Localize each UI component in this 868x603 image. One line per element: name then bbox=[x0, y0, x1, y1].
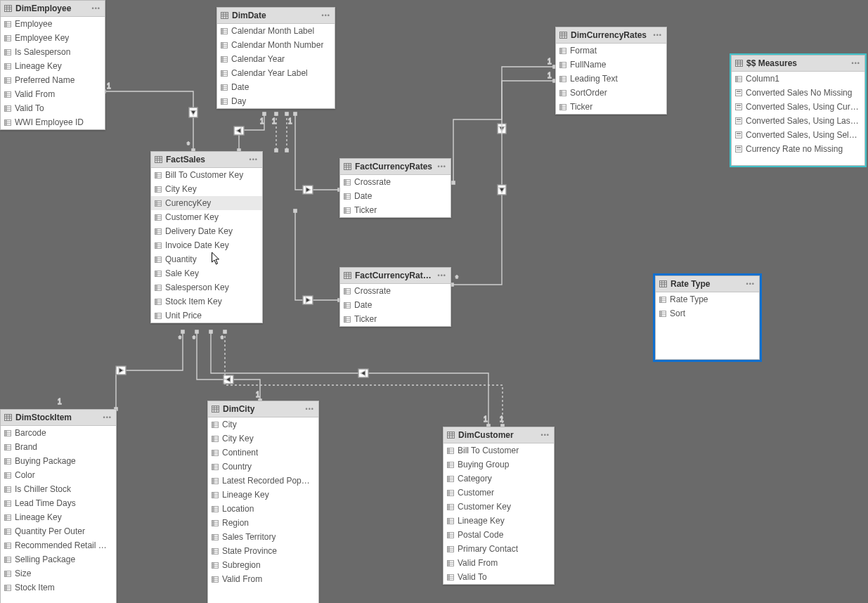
column-invoice-date-key[interactable]: Invoice Date Key bbox=[151, 238, 262, 252]
column-employee-key[interactable]: Employee Key bbox=[1, 31, 105, 45]
table-header[interactable]: DimEmployee ••• bbox=[1, 1, 105, 17]
column-quantity-per-outer[interactable]: Quantity Per Outer bbox=[1, 524, 116, 538]
column-latest-recorded-population[interactable]: Latest Recorded Populati... bbox=[208, 474, 318, 488]
column-region[interactable]: Region bbox=[208, 516, 318, 530]
column-quantity[interactable]: Quantity bbox=[151, 252, 262, 266]
table-rate-type[interactable]: Rate Type ••• Rate Type Sort bbox=[655, 275, 760, 360]
table-factsales[interactable]: FactSales ••• Bill To Customer Key City … bbox=[150, 151, 263, 323]
column-sort[interactable]: Sort bbox=[656, 306, 759, 320]
column-buying-group[interactable]: Buying Group bbox=[443, 458, 554, 472]
column-leading-text[interactable]: Leading Text bbox=[556, 72, 666, 86]
column-category[interactable]: Category bbox=[443, 472, 554, 486]
more-icon[interactable]: ••• bbox=[654, 32, 662, 39]
more-icon[interactable]: ••• bbox=[746, 281, 755, 287]
column-fullname[interactable]: FullName bbox=[556, 58, 666, 72]
column-valid-from[interactable]: Valid From bbox=[208, 572, 318, 586]
table-factcurrencyrates-duplicate[interactable]: FactCurrencyRates... ••• Crossrate Date … bbox=[339, 267, 451, 327]
table-dimdate[interactable]: DimDate ••• Calendar Month Label Calenda… bbox=[216, 7, 335, 109]
column-salesperson-key[interactable]: Salesperson Key bbox=[151, 280, 262, 294]
more-icon[interactable]: ••• bbox=[103, 415, 112, 421]
table-dimcity[interactable]: DimCity ••• City City Key Continent Coun… bbox=[207, 401, 319, 603]
column-delivery-date-key[interactable]: Delivery Date Key bbox=[151, 224, 262, 238]
table-header[interactable]: DimCity ••• bbox=[208, 401, 318, 417]
more-icon[interactable]: ••• bbox=[852, 60, 860, 67]
measure-converted-sales-selected[interactable]: Converted Sales, Using Selected... bbox=[732, 128, 864, 142]
more-icon[interactable]: ••• bbox=[438, 273, 446, 279]
column-postal-code[interactable]: Postal Code bbox=[443, 528, 554, 542]
column-city-key[interactable]: City Key bbox=[151, 182, 262, 196]
column-calendar-year[interactable]: Calendar Year bbox=[217, 52, 335, 66]
column-city-key[interactable]: City Key bbox=[208, 432, 318, 446]
column-ticker[interactable]: Ticker bbox=[340, 203, 451, 217]
column-city[interactable]: City bbox=[208, 417, 318, 432]
column-calendar-year-label[interactable]: Calendar Year Label bbox=[217, 66, 335, 80]
column-valid-to[interactable]: Valid To bbox=[1, 101, 105, 115]
column-customer-key[interactable]: Customer Key bbox=[151, 210, 262, 224]
column-valid-from[interactable]: Valid From bbox=[1, 87, 105, 101]
column-size[interactable]: Size bbox=[1, 566, 116, 581]
column-sale-key[interactable]: Sale Key bbox=[151, 266, 262, 280]
column-primary-contact[interactable]: Primary Contact bbox=[443, 542, 554, 556]
table-header[interactable]: DimDate ••• bbox=[217, 8, 335, 24]
column-day[interactable]: Day bbox=[217, 94, 335, 108]
table-header[interactable]: FactSales ••• bbox=[151, 152, 262, 168]
column-column1[interactable]: Column1 bbox=[732, 72, 864, 86]
column-valid-to[interactable]: Valid To bbox=[443, 570, 554, 584]
column-stock-item-key[interactable]: Stock Item Key bbox=[151, 294, 262, 309]
column-wwi-employee-id[interactable]: WWI Employee ID bbox=[1, 115, 105, 129]
column-employee[interactable]: Employee bbox=[1, 17, 105, 31]
column-rate-type[interactable]: Rate Type bbox=[656, 292, 759, 306]
column-lineage-key[interactable]: Lineage Key bbox=[1, 510, 116, 524]
column-unit-price[interactable]: Unit Price bbox=[151, 309, 262, 323]
column-customer-key[interactable]: Customer Key bbox=[443, 500, 554, 514]
table-header[interactable]: FactCurrencyRates ••• bbox=[340, 159, 451, 175]
column-curencykey[interactable]: CurencyKey bbox=[151, 196, 262, 210]
table-header[interactable]: FactCurrencyRates... ••• bbox=[340, 268, 451, 284]
column-customer[interactable]: Customer bbox=[443, 486, 554, 500]
column-country[interactable]: Country bbox=[208, 460, 318, 474]
more-icon[interactable]: ••• bbox=[92, 6, 101, 12]
column-lead-time-days[interactable]: Lead Time Days bbox=[1, 496, 116, 510]
column-crossrate[interactable]: Crossrate bbox=[340, 175, 451, 189]
table-header[interactable]: DimCustomer ••• bbox=[443, 427, 554, 443]
column-selling-package[interactable]: Selling Package bbox=[1, 552, 116, 566]
column-lineage-key[interactable]: Lineage Key bbox=[1, 59, 105, 73]
measure-converted-sales-no-missing[interactable]: Converted Sales No Missing bbox=[732, 86, 864, 100]
table-measures[interactable]: $$ Measures ••• Column1 Converted Sales … bbox=[731, 55, 865, 166]
table-dimcurrencyrates[interactable]: DimCurrencyRates ••• Format FullName Lea… bbox=[555, 27, 667, 115]
table-factcurrencyrates[interactable]: FactCurrencyRates ••• Crossrate Date Tic… bbox=[339, 158, 451, 218]
column-calendar-month-number[interactable]: Calendar Month Number bbox=[217, 38, 335, 52]
table-header[interactable]: $$ Measures ••• bbox=[732, 56, 864, 72]
measure-currency-rate-no-missing[interactable]: Currency Rate no Missing bbox=[732, 142, 864, 156]
column-lineage-key[interactable]: Lineage Key bbox=[443, 514, 554, 528]
column-is-salesperson[interactable]: Is Salesperson bbox=[1, 45, 105, 59]
table-dimcustomer[interactable]: DimCustomer ••• Bill To Customer Buying … bbox=[443, 427, 555, 585]
column-subregion[interactable]: Subregion bbox=[208, 558, 318, 572]
more-icon[interactable]: ••• bbox=[306, 406, 314, 413]
column-lineage-key[interactable]: Lineage Key bbox=[208, 488, 318, 502]
column-continent[interactable]: Continent bbox=[208, 446, 318, 460]
column-crossrate[interactable]: Crossrate bbox=[340, 284, 451, 298]
column-sortorder[interactable]: SortOrder bbox=[556, 86, 666, 100]
table-header[interactable]: DimCurrencyRates ••• bbox=[556, 27, 666, 44]
column-recommended-retail-price[interactable]: Recommended Retail Price bbox=[1, 538, 116, 552]
column-bill-to-customer-key[interactable]: Bill To Customer Key bbox=[151, 168, 262, 182]
column-is-chiller-stock[interactable]: Is Chiller Stock bbox=[1, 482, 116, 496]
table-header[interactable]: Rate Type ••• bbox=[656, 276, 759, 292]
more-icon[interactable]: ••• bbox=[541, 432, 550, 439]
column-barcode[interactable]: Barcode bbox=[1, 426, 116, 440]
column-color[interactable]: Color bbox=[1, 468, 116, 482]
column-brand[interactable]: Brand bbox=[1, 440, 116, 454]
column-calendar-month-label[interactable]: Calendar Month Label bbox=[217, 24, 335, 38]
column-preferred-name[interactable]: Preferred Name bbox=[1, 73, 105, 87]
table-dimstockitem[interactable]: DimStockItem ••• Barcode Brand Buying Pa… bbox=[0, 409, 117, 603]
column-stock-item[interactable]: Stock Item bbox=[1, 581, 116, 595]
column-buying-package[interactable]: Buying Package bbox=[1, 454, 116, 468]
column-valid-from[interactable]: Valid From bbox=[443, 556, 554, 570]
measure-converted-sales-last-rep[interactable]: Converted Sales, Using Last Rep... bbox=[732, 114, 864, 128]
column-ticker[interactable]: Ticker bbox=[556, 100, 666, 114]
measure-converted-sales-current[interactable]: Converted Sales, Using Current ... bbox=[732, 100, 864, 114]
column-date[interactable]: Date bbox=[340, 298, 451, 312]
column-state-province[interactable]: State Province bbox=[208, 544, 318, 558]
column-sales-territory[interactable]: Sales Territory bbox=[208, 530, 318, 544]
